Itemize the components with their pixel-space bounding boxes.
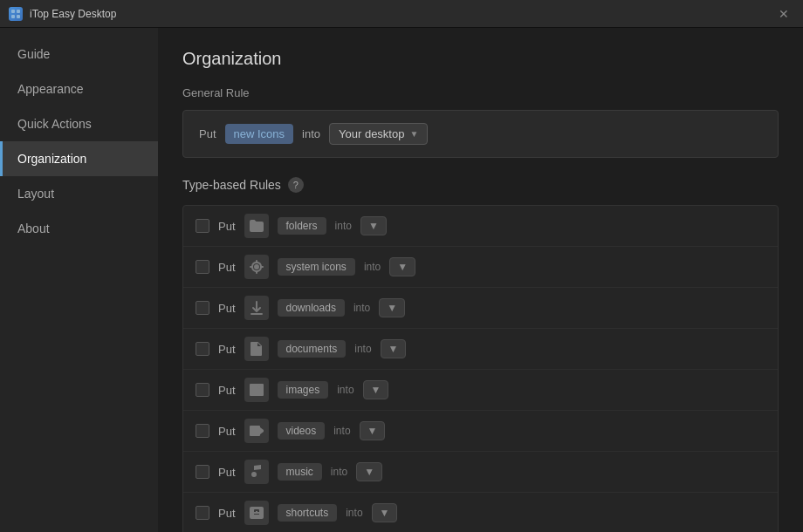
svg-rect-1	[17, 10, 20, 13]
checkbox-images[interactable]	[196, 383, 209, 397]
badge-folders: folders	[278, 217, 326, 235]
chevron-down-icon: ▼	[409, 129, 418, 139]
put-label-music: Put	[218, 466, 236, 479]
badge-videos: videos	[278, 422, 326, 440]
sidebar-item-layout[interactable]: Layout	[0, 176, 158, 211]
close-button[interactable]: ✕	[773, 3, 794, 24]
put-label-images: Put	[218, 384, 236, 397]
sidebar-item-organization[interactable]: Organization	[0, 141, 158, 176]
dropdown-folders[interactable]: ▼	[360, 216, 387, 235]
sidebar-item-guide[interactable]: Guide	[0, 37, 158, 72]
rules-container: Put folders into ▼ Put system icons into	[182, 205, 779, 532]
into-images: into	[337, 384, 353, 396]
into-music: into	[331, 466, 347, 478]
help-icon[interactable]: ?	[288, 177, 304, 193]
dropdown-music[interactable]: ▼	[356, 462, 382, 481]
badge-images: images	[278, 381, 329, 399]
titlebar: iTop Easy Desktop ✕	[0, 0, 803, 28]
documents-icon	[244, 337, 269, 361]
svg-rect-3	[17, 15, 20, 18]
dropdown-documents[interactable]: ▼	[381, 339, 407, 358]
put-label-documents: Put	[218, 343, 236, 356]
sidebar-item-about[interactable]: About	[0, 211, 158, 246]
into-shortcuts: into	[346, 507, 362, 519]
into-documents: into	[354, 343, 371, 355]
sidebar: Guide Appearance Quick Actions Organizat…	[0, 28, 158, 532]
sidebar-item-quick-actions[interactable]: Quick Actions	[0, 106, 158, 141]
rule-row-videos: Put videos into ▼	[183, 411, 778, 452]
app-icon	[9, 7, 23, 21]
rule-row-folders: Put folders into ▼	[183, 206, 778, 247]
dropdown-videos[interactable]: ▼	[360, 421, 386, 440]
svg-rect-2	[11, 15, 15, 18]
put-label-downloads: Put	[218, 302, 236, 315]
images-icon	[244, 378, 269, 402]
general-rule-box: Put new Icons into Your desktop ▼	[182, 110, 779, 158]
put-text: Put	[199, 127, 216, 140]
checkbox-videos[interactable]	[196, 424, 209, 438]
dropdown-images[interactable]: ▼	[363, 380, 389, 399]
main-layout: Guide Appearance Quick Actions Organizat…	[0, 28, 803, 532]
into-videos: into	[333, 425, 350, 437]
rule-row-documents: Put documents into ▼	[183, 329, 778, 370]
svg-rect-0	[11, 10, 15, 13]
rule-row-downloads: Put downloads into ▼	[183, 288, 778, 329]
into-system-icons: into	[364, 261, 381, 273]
page-title: Organization	[182, 49, 779, 69]
music-icon	[244, 460, 269, 484]
dropdown-shortcuts[interactable]: ▼	[372, 503, 398, 522]
shortcuts-icon	[244, 501, 269, 525]
checkbox-folders[interactable]	[196, 219, 209, 233]
checkbox-documents[interactable]	[196, 342, 209, 356]
put-label-shortcuts: Put	[218, 507, 236, 520]
svg-point-4	[257, 385, 261, 389]
dropdown-downloads[interactable]: ▼	[379, 298, 405, 317]
into-folders: into	[335, 220, 352, 232]
badge-music: music	[278, 463, 322, 481]
into-text: into	[302, 127, 320, 140]
into-downloads: into	[353, 302, 370, 314]
rule-row-system-icons: Put system icons into ▼	[183, 247, 778, 288]
checkbox-music[interactable]	[196, 465, 209, 479]
app-title: iTop Easy Desktop	[30, 8, 116, 20]
system-icon	[244, 255, 269, 279]
desktop-dropdown[interactable]: Your desktop ▼	[329, 123, 428, 145]
type-rules-header: Type-based Rules ?	[182, 177, 779, 193]
titlebar-left: iTop Easy Desktop	[9, 7, 116, 21]
general-rule-label: General Rule	[182, 86, 779, 99]
sidebar-item-appearance[interactable]: Appearance	[0, 72, 158, 106]
content-area: Organization General Rule Put new Icons …	[158, 28, 803, 532]
checkbox-shortcuts[interactable]	[196, 506, 209, 520]
rule-row-shortcuts: Put shortcuts into ▼	[183, 493, 778, 532]
new-icons-badge[interactable]: new Icons	[225, 124, 294, 144]
videos-icon	[244, 419, 269, 443]
badge-documents: documents	[278, 340, 347, 358]
checkbox-downloads[interactable]	[196, 301, 209, 315]
type-rules-title: Type-based Rules	[182, 178, 281, 192]
badge-system-icons: system icons	[278, 258, 355, 276]
rule-row-images: Put images into ▼	[183, 370, 778, 411]
put-label-videos: Put	[218, 425, 236, 438]
badge-downloads: downloads	[278, 299, 345, 317]
checkbox-system-icons[interactable]	[196, 260, 209, 274]
badge-shortcuts: shortcuts	[278, 504, 338, 522]
downloads-icon	[244, 296, 269, 320]
folder-icon	[244, 214, 269, 238]
put-label-system-icons: Put	[218, 261, 236, 274]
rule-row-music: Put music into ▼	[183, 452, 778, 493]
dropdown-system-icons[interactable]: ▼	[389, 257, 415, 276]
put-label-folders: Put	[218, 220, 236, 233]
